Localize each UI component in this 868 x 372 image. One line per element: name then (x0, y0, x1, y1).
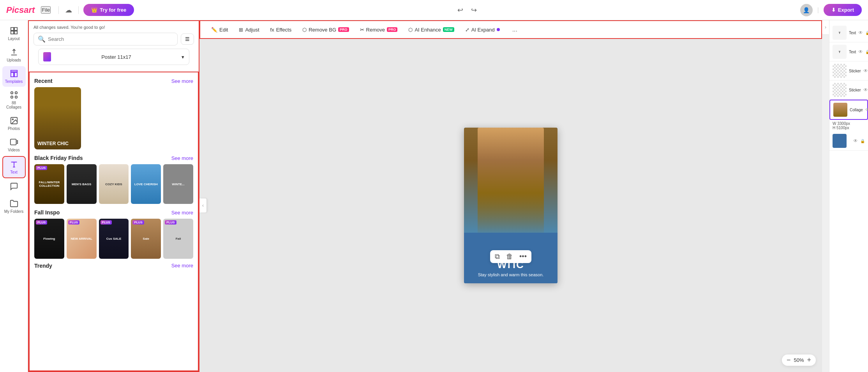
delete-icon[interactable]: 🗑 (506, 253, 513, 261)
collages-icon (10, 91, 18, 99)
layer-sticker2[interactable]: Sticker 👁 🔒 (829, 81, 868, 100)
fall-inspo-title: Fall Inspo (34, 209, 60, 216)
right-panel-wrapper: › T Text 👁 🔒 T Text 👁 🔒 (822, 20, 868, 372)
black-friday-see-more[interactable]: See more (171, 155, 193, 161)
layer-width: W 3300px (833, 121, 865, 126)
main-area: Layout Uploads Templates 88 Collages Pho… (0, 20, 868, 372)
search-input[interactable] (48, 36, 173, 42)
expand-layers-arrow[interactable]: › (822, 20, 829, 34)
trendy-see-more[interactable]: See more (171, 263, 193, 268)
sidebar-item-speech[interactable] (2, 179, 26, 195)
poster-selector[interactable]: Poster 11x17 ▾ (38, 49, 189, 65)
sidebar-item-photos[interactable]: Photos (2, 113, 26, 134)
sidebar-item-collages[interactable]: 88 Collages (2, 88, 26, 112)
layer-label-collage: Collage (850, 108, 863, 112)
fall-inspo-see-more[interactable]: See more (171, 210, 193, 216)
sidebar-label-collages: 88 Collages (4, 101, 24, 109)
header: Picsart File ☁ 👑 Try for free ↩ ↪ 👤 | ⬇ … (0, 0, 868, 20)
more-options-icon[interactable]: ••• (519, 253, 527, 261)
cloud-save-button[interactable]: ☁ (64, 4, 74, 16)
file-menu[interactable]: File (41, 6, 51, 14)
text-sidebar-icon (10, 160, 18, 168)
ai-enhance-button[interactable]: ⬡ AI Enhance NEW (404, 25, 459, 35)
fall-inspo-section-header: Fall Inspo See more (34, 209, 193, 216)
redo-button[interactable]: ↪ (471, 6, 477, 14)
black-friday-grid: PLUS FALL/WINTERCOLLECTION MEN'S BAGS CO… (34, 164, 193, 204)
recent-template-thumb[interactable]: WINTER CHIC (34, 87, 81, 149)
remove-icon: ✂ (360, 27, 364, 33)
black-friday-title: Black Friday Finds (34, 155, 83, 161)
sidebar-item-folders[interactable]: My Folders (2, 196, 26, 217)
layer-thumb-sticker2 (833, 83, 847, 97)
avatar[interactable]: 👤 (800, 4, 813, 16)
eye-icon-text1[interactable]: 👁 (858, 30, 863, 35)
recent-section-header: Recent See more (34, 78, 193, 84)
template-thumb[interactable]: PLUS Flowing (34, 219, 64, 258)
layer-collage[interactable]: Collage 👁 🔒 (829, 100, 868, 120)
filter-button[interactable]: ☰ (181, 33, 194, 45)
layer-label-sticker2: Sticker (849, 88, 861, 92)
template-thumb[interactable]: LOVE CHERISH (131, 164, 161, 204)
template-thumb[interactable]: WINTE... (163, 164, 193, 204)
layer-text2[interactable]: T Text 👁 🔒 (829, 42, 868, 61)
svg-rect-13 (10, 139, 16, 145)
canvas-card[interactable]: WI IC Stay stylish and warm this season.… (464, 128, 557, 283)
ai-expand-button[interactable]: ⤢ AI Expand (460, 25, 505, 35)
remove-button[interactable]: ✂ Remove PRO (355, 25, 402, 35)
eye-icon-text2[interactable]: 👁 (858, 49, 863, 54)
duplicate-icon[interactable]: ⧉ (495, 253, 500, 261)
template-thumb[interactable]: MEN'S BAGS (67, 164, 97, 204)
lock-icon-text1: 🔒 (865, 31, 868, 35)
sidebar-label-layout: Layout (8, 37, 19, 41)
collapse-panel-arrow[interactable]: ‹ (199, 198, 206, 212)
sidebar-item-videos[interactable]: Videos (2, 135, 26, 155)
adjust-button[interactable]: ⊞ Adjust (234, 25, 264, 35)
layer-text1[interactable]: T Text 👁 🔒 (829, 23, 868, 42)
try-free-button[interactable]: 👑 Try for free (83, 4, 134, 16)
template-thumb[interactable]: PLUS FALL/WINTERCOLLECTION (34, 164, 64, 204)
recent-see-more[interactable]: See more (171, 78, 193, 84)
eye-icon-bg[interactable]: 👁 (853, 138, 858, 144)
zoom-out-button[interactable]: − (787, 356, 791, 364)
zoom-in-button[interactable]: + (807, 356, 811, 364)
canvas-photo-bg (464, 128, 557, 237)
lock-icon-bg: 🔒 (860, 139, 865, 143)
zoom-value: 50% (794, 357, 804, 363)
effects-button[interactable]: fx Effects (266, 25, 296, 35)
template-thumb[interactable]: PLUS NEW ARRIVAL (67, 219, 97, 258)
remove-bg-button[interactable]: ⬡ Remove BG PRO (298, 25, 353, 35)
header-right: 👤 | ⬇ Export (800, 4, 862, 16)
recent-title: Recent (34, 78, 53, 84)
new-badge: NEW (443, 27, 454, 32)
eye-icon-sticker2[interactable]: 👁 (863, 87, 868, 93)
svg-point-9 (11, 96, 13, 98)
header-divider (58, 6, 59, 14)
photos-icon (10, 116, 18, 125)
template-thumb[interactable]: PLUS Sale (131, 219, 161, 258)
more-button[interactable]: ... (508, 24, 522, 35)
template-thumb[interactable]: PLUS Fall (163, 219, 193, 258)
recent-thumb-label: WINTER CHIC (37, 141, 69, 146)
sidebar-label-text: Text (10, 170, 17, 174)
sidebar-item-templates[interactable]: Templates (2, 66, 26, 87)
sidebar-item-text[interactable]: Text (2, 156, 26, 178)
poster-icon (43, 52, 51, 61)
layer-background[interactable]: 👁 🔒 (829, 132, 868, 151)
plus-badge: PLUS (165, 220, 176, 225)
edit-button[interactable]: ✏️ Edit (206, 25, 233, 35)
layer-thumb-text2: T (833, 45, 847, 59)
layer-sticker1[interactable]: Sticker 👁 🔒 (829, 61, 868, 81)
layer-thumb-sticker1 (833, 64, 847, 78)
template-thumb[interactable]: PLUS Cus SALE (99, 219, 129, 258)
template-thumb[interactable]: COZY KIDS (99, 164, 129, 204)
eye-icon-sticker1[interactable]: 👁 (863, 68, 868, 74)
eye-icon-collage[interactable]: 👁 (865, 107, 868, 112)
poster-label: Poster 11x17 (101, 54, 131, 60)
export-button[interactable]: ⬇ Export (824, 4, 862, 16)
undo-button[interactable]: ↩ (457, 6, 463, 14)
svg-point-7 (11, 92, 13, 94)
canvas-area: ✏️ Edit ⊞ Adjust fx Effects ⬡ Remove BG … (199, 20, 822, 372)
sidebar-item-uploads[interactable]: Uploads (2, 45, 26, 65)
fall-inspo-grid: PLUS Flowing PLUS NEW ARRIVAL PLUS Cus S… (34, 219, 193, 258)
sidebar-item-layout[interactable]: Layout (2, 23, 26, 44)
